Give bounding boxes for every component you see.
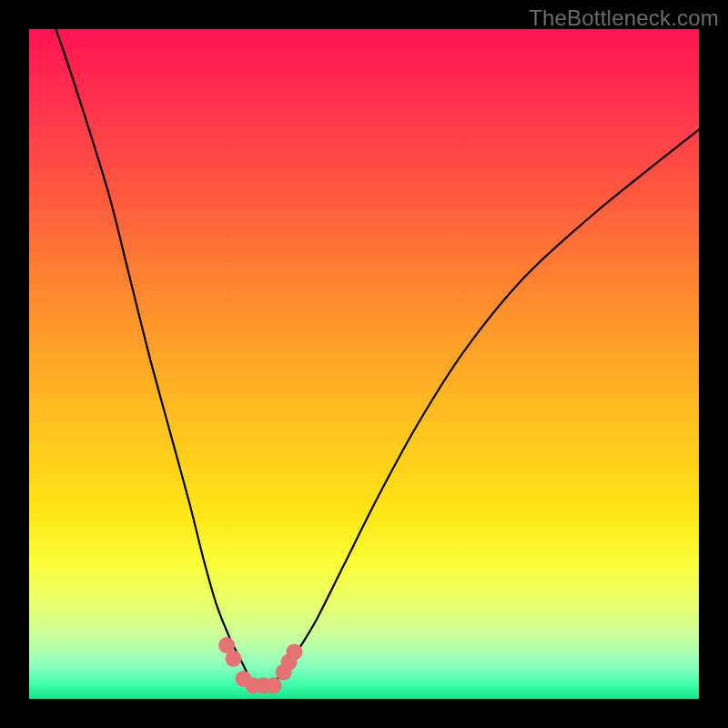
curve-marker xyxy=(225,651,241,667)
chart-frame: TheBottleneck.com xyxy=(0,0,728,728)
curve-marker xyxy=(286,643,302,660)
bottleneck-curve xyxy=(29,0,699,686)
watermark-text: TheBottleneck.com xyxy=(529,5,719,31)
curve-layer xyxy=(29,29,699,699)
curve-markers xyxy=(218,637,302,693)
plot-area xyxy=(29,29,699,699)
curve-marker xyxy=(266,677,282,693)
